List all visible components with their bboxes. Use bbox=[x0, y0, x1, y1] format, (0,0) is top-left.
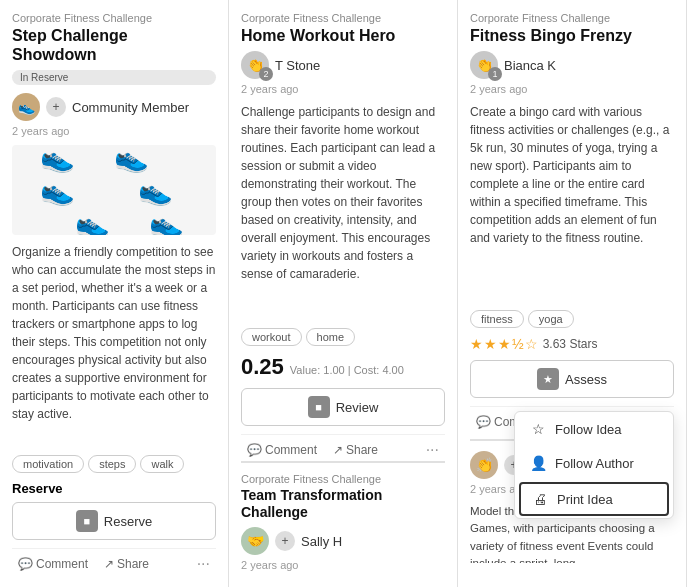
category-label-1: Corporate Fitness Challenge bbox=[12, 12, 216, 24]
description-2: Challenge participants to design and sha… bbox=[241, 103, 445, 320]
count-badge-3: 1 bbox=[488, 67, 502, 81]
sub-plus-badge: + bbox=[275, 531, 295, 551]
comment-icon-2: 💬 bbox=[247, 443, 262, 457]
stars-display: ★★★½☆ bbox=[470, 336, 539, 352]
value-meta-2: Value: 1.00 | Cost: 4.00 bbox=[290, 364, 404, 376]
share-label-1: Share bbox=[117, 557, 149, 571]
footer-row-1: 💬 Comment ↗ Share ··· bbox=[12, 548, 216, 575]
tag-workout[interactable]: workout bbox=[241, 328, 302, 346]
image-1: 👟 👟👟 👟 👟 👟 bbox=[12, 145, 216, 235]
time-ago-3: 2 years ago bbox=[470, 83, 674, 95]
review-btn-label: Review bbox=[336, 400, 379, 415]
reserve-btn-label: Reserve bbox=[104, 514, 152, 529]
description-3: Create a bingo card with various fitness… bbox=[470, 103, 674, 302]
count-badge-2: 2 bbox=[259, 67, 273, 81]
tag-steps[interactable]: steps bbox=[88, 455, 136, 473]
comment-icon-1: 💬 bbox=[18, 557, 33, 571]
comment-label-1: Comment bbox=[36, 557, 88, 571]
tag-home[interactable]: home bbox=[306, 328, 356, 346]
share-label-2: Share bbox=[346, 443, 378, 457]
tags-1: motivation steps walk bbox=[12, 455, 216, 473]
stars-count: 3.63 Stars bbox=[543, 337, 598, 351]
author-name-3: Bianca K bbox=[504, 58, 556, 73]
time-ago-1: 2 years ago bbox=[12, 125, 216, 137]
value-big-2: 0.25 bbox=[241, 354, 284, 380]
plus-badge-1: + bbox=[46, 97, 66, 117]
follow-author-label: Follow Author bbox=[555, 456, 634, 471]
sub-avatar-3: 👏 bbox=[470, 451, 498, 479]
more-button-2[interactable]: ··· bbox=[420, 439, 445, 461]
follow-idea-label: Follow Idea bbox=[555, 422, 621, 437]
category-label-2: Corporate Fitness Challenge bbox=[241, 12, 445, 24]
review-button[interactable]: ■ Review bbox=[241, 388, 445, 426]
sub-card-title: Team Transformation Challenge bbox=[241, 487, 445, 521]
sub-time-ago: 2 years ago bbox=[241, 559, 445, 571]
sub-author-name: Sally H bbox=[301, 534, 342, 549]
share-button-2[interactable]: ↗ Share bbox=[327, 439, 384, 461]
card-title-3: Fitness Bingo Frenzy bbox=[470, 26, 674, 45]
author-row-1: 👟 + Community Member bbox=[12, 93, 216, 121]
tag-walk[interactable]: walk bbox=[140, 455, 184, 473]
status-badge-1: In Reserve bbox=[12, 70, 216, 85]
share-icon-1: ↗ bbox=[104, 557, 114, 571]
follow-author-icon: 👤 bbox=[529, 455, 547, 471]
comment-label-2: Comment bbox=[265, 443, 317, 457]
reserve-section-label: Reserve bbox=[12, 481, 216, 496]
stars-row: ★★★½☆ 3.63 Stars bbox=[470, 336, 674, 352]
follow-idea-icon: ☆ bbox=[529, 421, 547, 437]
author-row-2: 👏 2 T Stone bbox=[241, 51, 445, 79]
comment-button-1[interactable]: 💬 Comment bbox=[12, 553, 94, 575]
reserve-button[interactable]: ■ Reserve bbox=[12, 502, 216, 540]
print-idea-icon: 🖨 bbox=[531, 491, 549, 507]
card-title-2: Home Workout Hero bbox=[241, 26, 445, 45]
author-name-1: Community Member bbox=[72, 100, 189, 115]
share-button-1[interactable]: ↗ Share bbox=[98, 553, 155, 575]
avatar-emoji-1: 👟 bbox=[18, 99, 35, 115]
avatar-2: 👏 2 bbox=[241, 51, 269, 79]
print-idea-label: Print Idea bbox=[557, 492, 613, 507]
author-name-2: T Stone bbox=[275, 58, 320, 73]
assess-button[interactable]: ★ Assess bbox=[470, 360, 674, 398]
comment-button-2[interactable]: 💬 Comment bbox=[241, 439, 323, 461]
dropdown-print-idea[interactable]: 🖨 Print Idea bbox=[519, 482, 669, 516]
card-fitness-bingo: Corporate Fitness Challenge Fitness Bing… bbox=[458, 0, 687, 587]
category-label-3: Corporate Fitness Challenge bbox=[470, 12, 674, 24]
share-icon-2: ↗ bbox=[333, 443, 343, 457]
tags-3: fitness yoga bbox=[470, 310, 674, 328]
assess-btn-label: Assess bbox=[565, 372, 607, 387]
assess-btn-icon: ★ bbox=[537, 368, 559, 390]
sub-category-label: Corporate Fitness Challenge bbox=[241, 473, 445, 485]
card-title-1: Step Challenge Showdown bbox=[12, 26, 216, 64]
time-ago-2: 2 years ago bbox=[241, 83, 445, 95]
tag-fitness[interactable]: fitness bbox=[470, 310, 524, 328]
card-home-workout: Corporate Fitness Challenge Home Workout… bbox=[229, 0, 458, 587]
author-row-3: 👏 1 Bianca K bbox=[470, 51, 674, 79]
sub-avatar-emoji: 🤝 bbox=[247, 533, 264, 549]
value-row-2: 0.25 Value: 1.00 | Cost: 4.00 bbox=[241, 354, 445, 380]
card-step-challenge: Corporate Fitness Challenge Step Challen… bbox=[0, 0, 229, 587]
sub-card-team: Corporate Fitness Challenge Team Transfo… bbox=[241, 461, 445, 587]
review-btn-icon: ■ bbox=[308, 396, 330, 418]
dropdown-follow-author[interactable]: 👤 Follow Author bbox=[515, 446, 673, 480]
tag-motivation[interactable]: motivation bbox=[12, 455, 84, 473]
tag-yoga[interactable]: yoga bbox=[528, 310, 574, 328]
sub-author-row: 🤝 + Sally H bbox=[241, 527, 445, 555]
dropdown-menu: ☆ Follow Idea 👤 Follow Author 🖨 Print Id… bbox=[514, 411, 674, 519]
reserve-btn-icon: ■ bbox=[76, 510, 98, 532]
comment-icon-3: 💬 bbox=[476, 415, 491, 429]
sub-avatar-emoji-3: 👏 bbox=[476, 457, 493, 473]
footer-row-2: 💬 Comment ↗ Share ··· bbox=[241, 434, 445, 461]
description-1: Organize a friendly competition to see w… bbox=[12, 243, 216, 447]
sub-avatar: 🤝 bbox=[241, 527, 269, 555]
dropdown-follow-idea[interactable]: ☆ Follow Idea bbox=[515, 412, 673, 446]
avatar-3: 👏 1 bbox=[470, 51, 498, 79]
avatar-1: 👟 bbox=[12, 93, 40, 121]
more-button-1[interactable]: ··· bbox=[191, 553, 216, 575]
tags-2: workout home bbox=[241, 328, 445, 346]
